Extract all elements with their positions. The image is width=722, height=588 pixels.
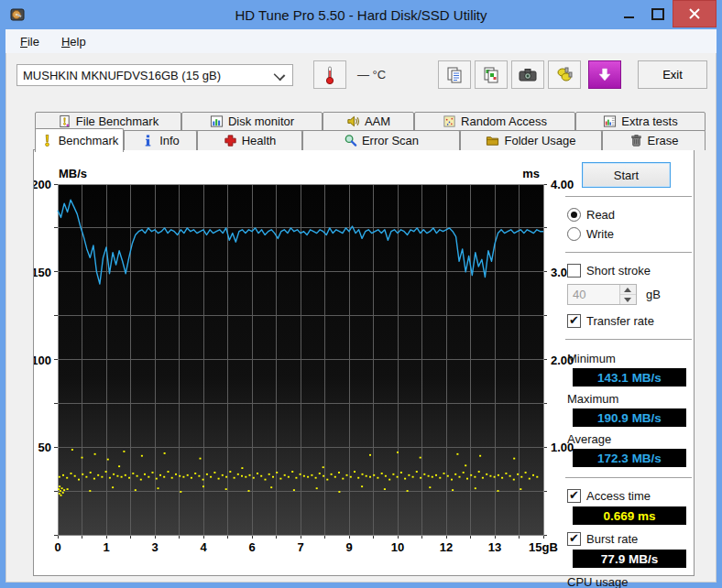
- health-cross-icon: [224, 134, 237, 147]
- tab-erase[interactable]: Erase: [602, 130, 706, 150]
- maximize-button[interactable]: [643, 0, 673, 27]
- svg-text:13: 13: [488, 540, 501, 554]
- temperature-value: — °C: [357, 68, 386, 82]
- transfer-rate-label: Transfer rate: [586, 314, 654, 328]
- short-stroke-size: 40 gB: [567, 284, 692, 305]
- access-time-label: Access time: [586, 489, 651, 503]
- svg-text:4: 4: [200, 540, 207, 554]
- trash-icon: [629, 134, 643, 147]
- benchmark-controls: Start Read Write Short stroke 4: [565, 158, 692, 588]
- tab-info[interactable]: Info: [124, 130, 197, 150]
- titlebar: HD Tune Pro 5.50 - Hard Disk/SSD Utility: [0, 0, 722, 29]
- separator: [565, 477, 692, 479]
- separator: [565, 196, 692, 198]
- short-stroke-checkbox[interactable]: [567, 264, 581, 278]
- chevron-down-icon: [274, 70, 286, 82]
- read-radio[interactable]: [567, 208, 581, 222]
- maximum-label: Maximum: [567, 392, 692, 406]
- random-access-icon: [443, 114, 456, 128]
- minimum-label: Minimum: [567, 352, 692, 365]
- burst-rate-label: Burst rate: [586, 532, 638, 546]
- temperature-button[interactable]: [313, 60, 346, 89]
- tab-label: Erase: [648, 134, 679, 147]
- svg-text:12: 12: [440, 540, 453, 554]
- tab-label: Info: [159, 134, 180, 147]
- thermometer-icon: [324, 65, 335, 85]
- window-controls: [614, 0, 717, 27]
- copy-text-button[interactable]: [438, 60, 471, 89]
- svg-text:MB/s: MB/s: [59, 167, 87, 180]
- tab-random-access[interactable]: Random Access: [414, 112, 575, 131]
- svg-text:ms: ms: [522, 167, 540, 180]
- transfer-rate-checkbox[interactable]: [567, 314, 581, 328]
- access-time-value: 0.669 ms: [573, 506, 686, 525]
- svg-text:6: 6: [248, 540, 255, 554]
- close-icon: [689, 8, 700, 19]
- menu-file[interactable]: File: [13, 31, 47, 52]
- read-label: Read: [586, 208, 615, 222]
- speaker-icon: [346, 114, 360, 128]
- download-button[interactable]: [588, 60, 621, 89]
- toolbar: MUSHKIN MKNUFDVS16GB (15 gB) — °C: [5, 53, 717, 106]
- tab-label: Health: [242, 134, 277, 147]
- write-label: Write: [586, 227, 614, 241]
- tab-disk-monitor[interactable]: Disk monitor: [181, 112, 323, 131]
- exclamation-icon: [40, 134, 54, 147]
- maximize-icon: [651, 8, 664, 20]
- camera-icon: [518, 67, 538, 83]
- spinner-down-icon[interactable]: [620, 295, 636, 304]
- window-body: File Help MUSHKIN MKNUFDVS16GB (15 gB) —…: [5, 29, 717, 583]
- start-button[interactable]: Start: [582, 162, 671, 188]
- svg-text:0: 0: [54, 540, 60, 554]
- close-button[interactable]: [673, 0, 717, 27]
- tab-extra-tests[interactable]: Extra tests: [575, 112, 706, 131]
- tab-row-primary: Benchmark Info Health Err: [35, 130, 706, 150]
- tab-error-scan[interactable]: Error Scan: [302, 130, 460, 150]
- menu-bar: File Help: [5, 29, 717, 53]
- spinner-arrows: [619, 285, 636, 304]
- download-arrow-icon: [596, 67, 613, 83]
- tab-aam[interactable]: AAM: [323, 112, 414, 131]
- magnifier-icon: [344, 134, 357, 147]
- app-window: HD Tune Pro 5.50 - Hard Disk/SSD Utility…: [0, 0, 722, 588]
- benchmark-panel: 200150100504.003.002.001.000134679101213…: [33, 149, 695, 576]
- options-button[interactable]: [548, 60, 581, 89]
- minimize-button[interactable]: [614, 0, 643, 27]
- cpu-usage-label: CPU usage: [567, 575, 692, 588]
- write-radio[interactable]: [567, 227, 581, 241]
- access-time-checkbox[interactable]: [567, 489, 581, 503]
- screenshot-button[interactable]: [511, 60, 544, 89]
- spinner-up-icon[interactable]: [620, 285, 636, 295]
- drive-select[interactable]: MUSHKIN MKNUFDVS16GB (15 gB): [16, 64, 293, 86]
- tab-label: Error Scan: [362, 134, 419, 147]
- svg-text:1: 1: [103, 540, 109, 554]
- tab-benchmark[interactable]: Benchmark: [35, 128, 124, 152]
- tab-label: File Benchmark: [76, 114, 159, 128]
- tab-folder-usage[interactable]: Folder Usage: [460, 130, 602, 150]
- svg-text:10: 10: [391, 540, 404, 554]
- folder-icon: [486, 134, 499, 147]
- start-label: Start: [614, 169, 639, 182]
- exit-button[interactable]: Exit: [638, 60, 707, 89]
- svg-text:200: 200: [34, 178, 51, 191]
- burst-rate-checkbox[interactable]: [567, 532, 581, 546]
- file-benchmark-icon: [58, 114, 71, 128]
- svg-text:100: 100: [34, 354, 51, 367]
- copy-image-button[interactable]: [475, 60, 508, 89]
- tab-label: Random Access: [461, 114, 547, 128]
- tab-label: AAM: [365, 114, 390, 128]
- short-stroke-spinner[interactable]: 40: [567, 284, 637, 305]
- burst-rate-value: 77.9 MB/s: [573, 550, 686, 568]
- svg-text:7: 7: [297, 540, 303, 554]
- extra-tests-icon: [603, 114, 617, 128]
- minimize-icon: [624, 16, 634, 18]
- tab-label: Extra tests: [621, 114, 677, 128]
- drive-select-value: MUSHKIN MKNUFDVS16GB (15 gB): [23, 69, 221, 82]
- svg-text:3: 3: [151, 540, 158, 554]
- tab-health[interactable]: Health: [197, 130, 302, 150]
- short-stroke-value: 40: [568, 285, 619, 304]
- svg-text:50: 50: [38, 441, 51, 454]
- average-value: 172.3 MB/s: [573, 449, 686, 467]
- screws-icon: [554, 66, 574, 84]
- menu-help[interactable]: Help: [54, 31, 93, 52]
